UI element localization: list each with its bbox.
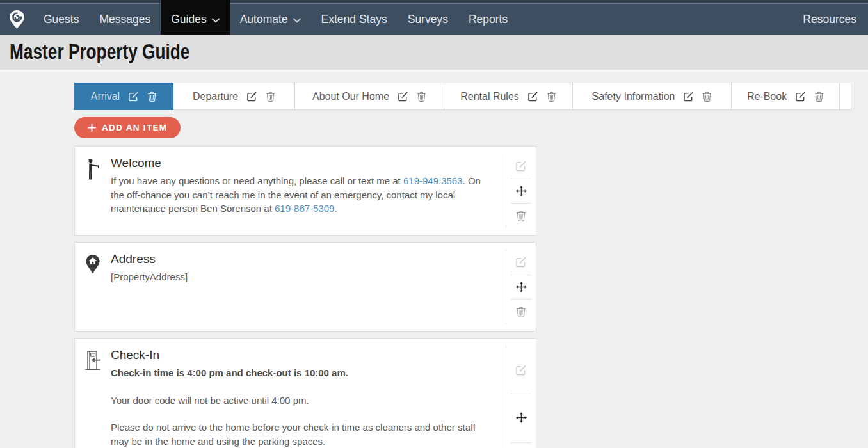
tab-label: Safety Information: [592, 91, 675, 102]
guide-item-address: Address [PropertyAddress]: [74, 242, 536, 332]
tab-label: Rental Rules: [460, 91, 519, 102]
nav-item-guests[interactable]: Guests: [33, 4, 89, 35]
pencil-square-icon: [515, 160, 527, 172]
door-code-line: Your door code will not be active until …: [111, 394, 495, 408]
phone-link[interactable]: 619-867-5309: [275, 203, 334, 214]
move-icon: [516, 282, 527, 292]
tab-label: Re-Book: [747, 91, 787, 102]
delete-tab-icon[interactable]: [147, 91, 157, 102]
nav-item-guides[interactable]: Guides: [161, 0, 229, 35]
tab-rental-rules[interactable]: Rental Rules: [444, 83, 573, 110]
edit-tab-icon[interactable]: [795, 91, 806, 102]
map-pin-home-icon: [75, 243, 111, 331]
title-bar: Master Property Guide: [0, 35, 868, 72]
item-title: Welcome: [111, 156, 495, 170]
nav-item-label: Automate: [240, 13, 288, 26]
item-body-text: If you have any questions or need anythi…: [111, 174, 495, 216]
nav-item-label: Extend Stays: [321, 13, 387, 26]
tab-label: Arrival: [91, 91, 120, 102]
nav-item-label: Guests: [44, 13, 79, 26]
tab-about-our-home[interactable]: About Our Home: [295, 83, 444, 110]
chevron-down-icon: [212, 18, 220, 23]
item-body-text: Check-in time is 4:00 pm and check-out i…: [111, 366, 495, 448]
move-item-button[interactable]: [506, 394, 536, 442]
nav-item-label: Guides: [171, 13, 206, 26]
tab-safety-information[interactable]: Safety Information: [573, 83, 732, 110]
body-text-segment: If you have any questions or need anythi…: [111, 175, 403, 186]
item-actions: [506, 346, 536, 448]
nav-item-label: Resources: [803, 13, 856, 26]
delete-tab-icon[interactable]: [266, 91, 275, 102]
nav-item-automate[interactable]: Automate: [230, 4, 311, 35]
edit-item-button[interactable]: [506, 250, 536, 275]
nav-item-label: Messages: [99, 13, 150, 26]
guide-items-list: Welcome If you have any questions or nee…: [74, 146, 536, 448]
delete-tab-icon[interactable]: [814, 91, 824, 102]
phone-link[interactable]: 619-949.3563: [403, 175, 463, 186]
person-welcome-icon: [75, 147, 111, 235]
edit-tab-icon[interactable]: [527, 91, 538, 102]
early-arrival-line: Please do not arrive to the home before …: [111, 420, 495, 448]
edit-tab-icon[interactable]: [128, 91, 139, 102]
item-title: Check-In: [111, 348, 495, 362]
delete-tab-icon[interactable]: [417, 91, 426, 102]
item-actions: [506, 154, 536, 228]
nav-item-surveys[interactable]: Surveys: [398, 4, 458, 35]
nav-item-label: Reports: [469, 13, 508, 26]
tab-departure[interactable]: Departure: [173, 83, 295, 110]
item-body-text: [PropertyAddress]: [111, 270, 495, 284]
guide-item-check-in: Check-In Check-in time is 4:00 pm and ch…: [74, 338, 536, 448]
move-item-button[interactable]: [506, 275, 536, 300]
nav-item-resources[interactable]: Resources: [792, 4, 868, 35]
nav-item-messages[interactable]: Messages: [89, 4, 161, 35]
pencil-square-icon: [515, 256, 527, 268]
move-item-button[interactable]: [506, 179, 536, 204]
add-an-item-button[interactable]: ADD AN ITEM: [74, 117, 181, 138]
tab-re-book[interactable]: Re-Book: [732, 83, 840, 110]
touch-stay-pin-logo[interactable]: [0, 10, 33, 29]
page-title: Master Property Guide: [10, 40, 189, 64]
edit-tab-icon[interactable]: [246, 91, 257, 102]
tab-label: About Our Home: [312, 91, 389, 102]
tab-label: Departure: [193, 91, 238, 102]
nav-item-extend-stays[interactable]: Extend Stays: [311, 4, 398, 35]
move-icon: [516, 186, 527, 196]
guide-section-tabs: Arrival Departure About Our Home Rental …: [74, 83, 851, 110]
delete-tab-icon[interactable]: [547, 91, 556, 102]
door-check-in-icon: [75, 339, 111, 448]
top-navbar: Guests Messages Guides Automate Extend S…: [0, 0, 868, 35]
pin-spiral-logo-icon: [9, 10, 25, 29]
edit-tab-icon[interactable]: [398, 91, 408, 102]
edit-tab-icon[interactable]: [683, 91, 694, 102]
plus-icon: [88, 124, 96, 132]
trash-icon: [516, 306, 526, 317]
tab-partial-clipped[interactable]: [840, 83, 851, 110]
chevron-down-icon: [293, 18, 301, 23]
delete-item-button[interactable]: [506, 203, 536, 228]
delete-tab-icon[interactable]: [702, 91, 712, 102]
item-title: Address: [111, 252, 495, 266]
move-icon: [516, 412, 527, 423]
trash-icon: [516, 210, 526, 221]
guide-item-welcome: Welcome If you have any questions or nee…: [74, 146, 536, 236]
nav-item-label: Surveys: [408, 13, 448, 26]
tab-arrival[interactable]: Arrival: [74, 83, 173, 110]
add-an-item-label: ADD AN ITEM: [102, 123, 167, 132]
edit-item-button[interactable]: [506, 154, 536, 179]
body-text-segment: .: [334, 203, 337, 214]
delete-item-button[interactable]: [506, 299, 536, 324]
nav-item-reports[interactable]: Reports: [458, 4, 518, 35]
pencil-square-icon: [515, 364, 527, 376]
delete-item-button[interactable]: [506, 442, 536, 448]
check-in-times-line: Check-in time is 4:00 pm and check-out i…: [111, 366, 495, 380]
item-actions: [506, 250, 536, 324]
edit-item-button[interactable]: [506, 346, 536, 394]
